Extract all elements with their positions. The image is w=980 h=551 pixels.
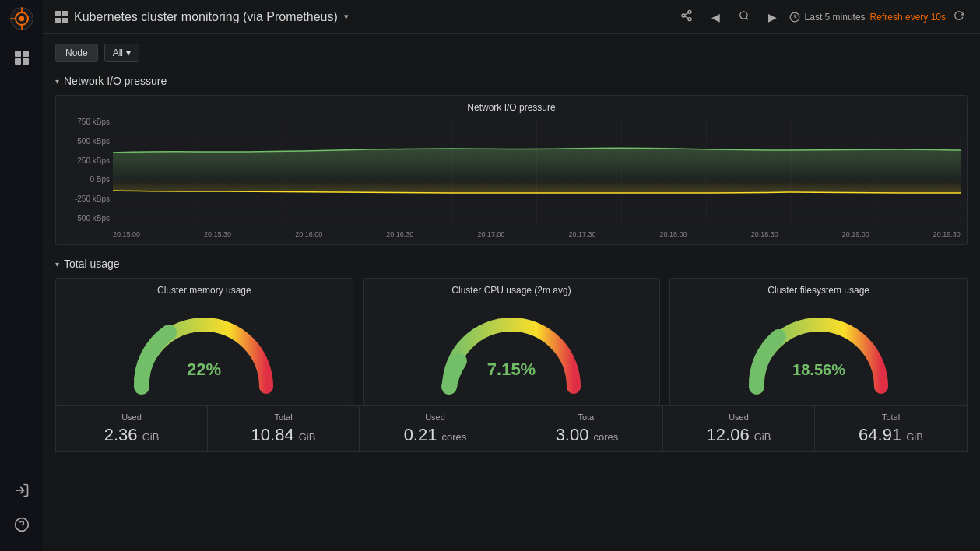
- y-label-0: 750 kBps: [62, 118, 110, 126]
- stat-label-cpu-used: Used: [369, 412, 501, 422]
- filesystem-gauge-svg: 18.56%: [741, 305, 897, 398]
- time-info: Last 5 minutes Refresh every 10s: [789, 10, 968, 23]
- y-label-1: 500 kBps: [62, 137, 110, 146]
- network-chart-svg-wrapper: [113, 118, 961, 223]
- network-section-title: Network I/O pressure: [64, 75, 167, 87]
- svg-rect-9: [23, 58, 29, 65]
- stat-unit-fs-total: GiB: [906, 431, 923, 443]
- nav-back-button[interactable]: ◀: [705, 8, 726, 26]
- y-label-5: -500 kBps: [62, 214, 110, 223]
- network-chart-title: Network I/O pressure: [62, 102, 961, 113]
- stat-label-fs-total: Total: [824, 412, 957, 422]
- network-chevron: ▾: [55, 77, 59, 86]
- y-label-3: 0 Bps: [62, 175, 110, 184]
- all-filter-dropdown[interactable]: All ▾: [104, 44, 139, 62]
- filesystem-gauge-title: Cluster filesystem usage: [670, 279, 967, 296]
- svg-text:18.56%: 18.56%: [792, 361, 845, 378]
- network-chart-svg: [113, 118, 961, 223]
- stat-label-fs-used: Used: [673, 412, 805, 422]
- stat-value-memory-used: 2.36 GiB: [65, 425, 198, 445]
- network-section-header[interactable]: ▾ Network I/O pressure: [55, 75, 968, 87]
- grid-icon: [55, 11, 68, 23]
- share-button[interactable]: [674, 6, 699, 27]
- y-label-4: -250 kBps: [62, 195, 110, 203]
- x-label-1: 20:15:30: [204, 230, 231, 238]
- svg-line-17: [684, 12, 688, 15]
- sidebar: [0, 0, 43, 551]
- topbar: Kubernetes cluster monitoring (via Prome…: [43, 0, 980, 34]
- x-label-5: 20:17:30: [568, 230, 595, 238]
- x-label-0: 20:15:00: [113, 230, 140, 238]
- chevron-down-icon[interactable]: ▾: [344, 12, 349, 22]
- x-label-9: 20:19:30: [933, 230, 961, 238]
- stat-cell-memory-total: Total 10.84 GiB: [208, 406, 360, 451]
- main-area: Kubernetes cluster monitoring (via Prome…: [43, 0, 980, 551]
- stat-unit-cpu-used: cores: [442, 431, 467, 443]
- stat-cell-memory-used: Used 2.36 GiB: [56, 406, 208, 451]
- stats-row: Used 2.36 GiB Total 10.84 GiB Used 0.21 …: [55, 405, 968, 452]
- dashboard-title: Kubernetes cluster monitoring (via Prome…: [74, 10, 338, 24]
- cpu-gauge-svg: 7.15%: [434, 305, 589, 398]
- memory-gauge-svg: 22%: [126, 305, 282, 398]
- svg-point-14: [682, 14, 685, 17]
- stat-cell-cpu-used: Used 0.21 cores: [360, 406, 511, 451]
- filesystem-gauge-visual: 18.56%: [670, 296, 967, 405]
- x-label-8: 20:19:00: [842, 230, 869, 238]
- content-area: Node All ▾ ▾ Network I/O pressure Networ…: [43, 34, 980, 551]
- svg-rect-8: [15, 58, 21, 65]
- svg-point-15: [688, 18, 691, 21]
- stat-value-fs-used: 12.06 GiB: [673, 425, 805, 445]
- dashboards-icon[interactable]: [11, 47, 33, 68]
- svg-point-13: [688, 10, 691, 13]
- x-label-2: 20:16:00: [295, 230, 322, 238]
- svg-point-2: [19, 16, 23, 21]
- cpu-gauge-panel: Cluster CPU usage (2m avg) 7.15%: [363, 278, 661, 405]
- nav-search-button[interactable]: [732, 7, 756, 26]
- y-label-2: 250 kBps: [62, 156, 110, 165]
- x-label-4: 20:17:00: [477, 230, 504, 238]
- signin-icon[interactable]: [11, 479, 33, 501]
- total-section-title: Total usage: [64, 258, 120, 270]
- svg-point-18: [739, 12, 746, 19]
- chevron-down-icon: ▾: [126, 47, 131, 58]
- stat-label-cpu-total: Total: [521, 412, 653, 422]
- total-chevron: ▾: [55, 260, 59, 268]
- memory-gauge-panel: Cluster memory usage: [55, 278, 353, 405]
- svg-rect-7: [23, 51, 29, 57]
- memory-gauge-title: Cluster memory usage: [56, 279, 353, 296]
- svg-text:7.15%: 7.15%: [487, 360, 536, 379]
- cpu-gauge-visual: 7.15%: [364, 296, 660, 405]
- x-label-7: 20:18:30: [751, 230, 778, 238]
- stat-label-memory-used: Used: [65, 412, 198, 422]
- node-filter-button[interactable]: Node: [55, 44, 98, 62]
- help-icon[interactable]: [11, 514, 33, 535]
- refresh-button[interactable]: [950, 10, 968, 23]
- stat-label-memory-total: Total: [217, 412, 349, 422]
- stat-value-cpu-total: 3.00 cores: [521, 425, 653, 445]
- cpu-gauge-title: Cluster CPU usage (2m avg): [364, 279, 660, 296]
- network-y-axis: 750 kBps 500 kBps 250 kBps 0 Bps -250 kB…: [62, 118, 113, 223]
- stat-unit-memory-used: GiB: [142, 431, 160, 443]
- stat-unit-cpu-total: cores: [594, 431, 619, 443]
- clock-icon: [789, 12, 800, 23]
- refresh-label[interactable]: Refresh every 10s: [870, 12, 946, 23]
- stat-value-cpu-used: 0.21 cores: [369, 425, 501, 445]
- svg-line-19: [746, 18, 748, 20]
- grafana-logo[interactable]: [9, 6, 34, 31]
- stat-cell-fs-used: Used 12.06 GiB: [663, 406, 815, 451]
- x-label-6: 20:18:00: [660, 230, 687, 238]
- svg-rect-6: [15, 51, 21, 57]
- x-label-3: 20:16:30: [386, 230, 413, 238]
- filesystem-gauge-panel: Cluster filesystem usage 18.56%: [669, 278, 968, 405]
- topbar-actions: ◀ ▶ Last 5 minutes Refresh every 10s: [674, 6, 968, 27]
- nav-forward-button[interactable]: ▶: [762, 8, 783, 26]
- all-filter-label: All: [113, 47, 123, 58]
- network-x-axis: 20:15:00 20:15:30 20:16:00 20:16:30 20:1…: [113, 224, 961, 238]
- dashboard-title-area: Kubernetes cluster monitoring (via Prome…: [55, 10, 349, 24]
- filter-bar: Node All ▾: [55, 44, 968, 62]
- total-section-header[interactable]: ▾ Total usage: [55, 258, 968, 270]
- network-chart-panel: Network I/O pressure 750 kBps 500 kBps 2…: [55, 95, 968, 245]
- time-range-label: Last 5 minutes: [805, 12, 866, 23]
- stat-value-fs-total: 64.91 GiB: [824, 425, 957, 445]
- stat-cell-fs-total: Total 64.91 GiB: [815, 406, 967, 451]
